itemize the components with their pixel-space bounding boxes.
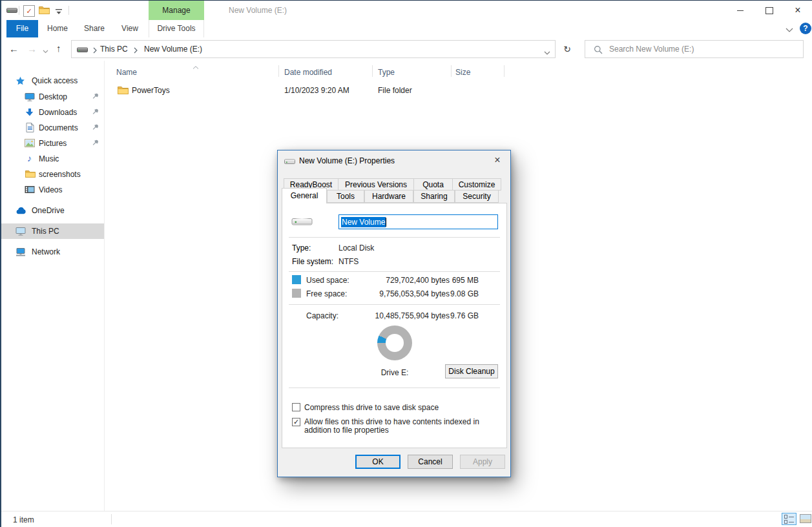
forward-button[interactable]: → [27,43,37,56]
ribbon-collapse-chevron-icon[interactable] [786,25,793,34]
picture-icon [25,139,35,149]
tab-customize[interactable]: Customize [452,178,501,191]
column-divider[interactable] [278,65,279,77]
status-bar: 1 item [1,511,812,527]
minimize-button[interactable] [725,1,755,20]
disk-cleanup-button[interactable]: Disk Cleanup [445,364,498,378]
properties-check-icon: ✓ [26,7,32,16]
column-divider[interactable] [504,65,505,77]
contextual-group-manage[interactable]: Manage [149,1,204,20]
breadcrumb-current-folder[interactable]: New Volume (E:) [144,45,202,54]
address-history-chevron-icon[interactable] [544,48,550,57]
music-note-icon: ♪ [27,153,32,163]
apply-button[interactable]: Apply [460,455,505,469]
tab-share[interactable]: Share [77,20,112,37]
file-type: File folder [378,83,412,98]
close-icon: × [494,154,500,166]
capacity-donut [377,326,412,360]
qat-customize-button[interactable] [56,8,62,17]
file-row-powertoys[interactable]: PowerToys 1/10/2023 9:20 AM File folder [105,83,557,98]
tab-view[interactable]: View [114,20,146,37]
thumbnail-view-button[interactable] [800,514,811,523]
sidebar-item-onedrive[interactable]: OneDrive [1,203,104,218]
tab-tools[interactable]: Tools [327,190,364,203]
type-label: Type: [292,243,311,253]
column-divider[interactable] [372,65,373,77]
tab-general[interactable]: General [282,188,327,203]
free-space-label: Free space: [306,289,347,298]
pin-icon [92,139,99,149]
sidebar-item-videos[interactable]: Videos [1,182,104,198]
column-header-size[interactable]: Size [455,65,470,79]
file-system-value: NTFS [338,257,359,266]
folder-icon [25,170,36,180]
free-space-bytes: 9,756,053,504 bytes [359,289,450,298]
close-button[interactable]: × [784,1,812,20]
column-divider[interactable] [451,65,452,77]
tab-sharing[interactable]: Sharing [413,190,455,203]
index-checkbox-label[interactable]: Allow files on this drive to have conten… [304,418,499,435]
computer-icon [16,227,26,238]
breadcrumb-drive-icon [77,46,88,56]
tab-security[interactable]: Security [455,190,499,203]
sidebar-item-music[interactable]: ♪ Music [1,151,104,167]
download-arrow-icon [25,108,34,119]
file-date-modified: 1/10/2023 9:20 AM [284,83,349,98]
cancel-button[interactable]: Cancel [408,455,453,469]
free-space-size: 9.08 GB [437,289,479,298]
compress-checkbox-label[interactable]: Compress this drive to save disk space [304,403,501,412]
sidebar-item-label: Desktop [39,92,67,101]
star-icon [16,76,25,88]
column-header-name[interactable]: Name [116,65,137,79]
refresh-button[interactable]: ↻ [558,40,576,58]
tab-previous-versions[interactable]: Previous Versions [338,178,414,191]
window-drive-icon [6,6,18,16]
sidebar-item-desktop[interactable]: Desktop [1,89,104,105]
tab-hardware[interactable]: Hardware [364,190,413,203]
sidebar-item-network[interactable]: Network [1,244,104,260]
sidebar-item-quick-access[interactable]: Quick access [1,73,104,88]
sidebar-item-pictures[interactable]: Pictures [1,136,104,151]
sidebar-item-label: Documents [39,123,78,132]
recent-locations-chevron-icon[interactable] [43,46,48,56]
separator [289,304,500,305]
sidebar-item-screenshots[interactable]: screenshots [1,167,104,182]
sidebar-item-downloads[interactable]: Downloads [1,105,104,120]
back-button[interactable]: ← [9,43,19,56]
search-box[interactable]: Search New Volume (E:) [585,40,804,58]
breadcrumb-chevron-icon[interactable] [134,46,138,56]
search-icon [594,45,603,56]
maximize-icon [765,7,773,14]
breadcrumb-this-pc[interactable]: This PC [100,45,128,54]
item-count: 1 item [13,515,34,524]
address-bar[interactable]: This PC New Volume (E:) [71,40,556,58]
breadcrumb-chevron-icon[interactable] [93,46,97,56]
window-title: New Volume (E:) [229,1,287,20]
ok-button[interactable]: OK [355,455,401,469]
dialog-close-button[interactable]: × [487,152,508,169]
help-button[interactable]: ? [800,23,811,34]
sidebar-item-label: screenshots [39,170,81,179]
checkbox-check-icon: ✓ [293,418,299,426]
compress-checkbox[interactable] [292,403,300,411]
details-view-button[interactable] [782,513,796,525]
tab-quota[interactable]: Quota [413,178,453,191]
maximize-button[interactable] [755,1,784,20]
qat-properties-button[interactable]: ✓ [23,5,35,17]
close-icon: × [795,1,800,20]
network-icon [16,247,26,259]
volume-label-input[interactable]: New Volume [338,214,498,229]
tab-drive-tools[interactable]: Drive Tools [149,20,204,37]
qat-new-folder-button[interactable] [39,6,50,17]
capacity-size: 9.76 GB [437,311,479,320]
sidebar-item-documents[interactable]: Documents [1,120,104,136]
drive-icon-large [291,215,313,230]
tab-home[interactable]: Home [40,20,75,37]
text-caret [386,218,386,227]
tab-file[interactable]: File [6,20,38,37]
index-checkbox[interactable]: ✓ [292,418,300,426]
up-button[interactable]: ↑ [56,42,61,55]
column-header-type[interactable]: Type [378,65,395,79]
column-header-date-modified[interactable]: Date modified [284,65,332,79]
sidebar-item-this-pc[interactable]: This PC [1,223,104,239]
